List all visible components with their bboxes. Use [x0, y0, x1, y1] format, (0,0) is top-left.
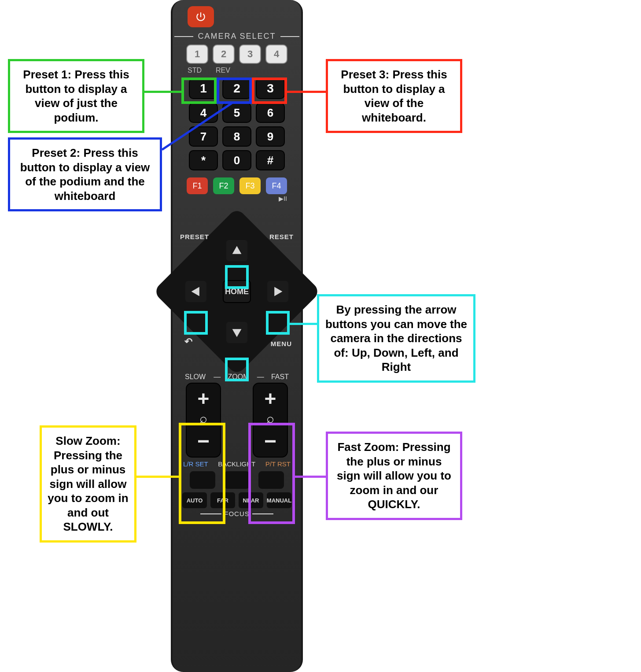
- backlight-label: BACKLIGHT: [218, 460, 255, 468]
- std-rev-labels: STD REV: [188, 66, 301, 74]
- focus-auto-button[interactable]: AUTO: [182, 492, 207, 508]
- zoom-label: ZOOM: [228, 373, 249, 381]
- num-row-4: * 0 #: [173, 150, 301, 170]
- backlight-button[interactable]: [224, 471, 250, 489]
- focus-near-button[interactable]: NEAR: [239, 492, 263, 508]
- num-row-3: 7 8 9: [173, 126, 301, 147]
- num-5-button[interactable]: 5: [222, 103, 251, 123]
- callout-arrows: By pressing the arrow buttons you can mo…: [317, 294, 475, 383]
- slow-zoom-rocker[interactable]: + ⌕ −: [186, 383, 221, 458]
- bottom-unlabeled-row: [173, 471, 301, 489]
- camera-1-button[interactable]: 1: [186, 44, 208, 64]
- fast-zoom-rocker[interactable]: + ⌕ −: [253, 383, 288, 458]
- rev-label: REV: [216, 66, 230, 74]
- focus-title: FOCUS: [173, 510, 301, 517]
- camera-2-button[interactable]: 2: [213, 44, 235, 64]
- arrow-right-button[interactable]: [267, 281, 288, 302]
- callout-fastzoom: Fast Zoom: Pressing the plus or minus si…: [326, 432, 462, 520]
- f2-button[interactable]: F2: [213, 177, 234, 194]
- preset-2-button[interactable]: 2: [222, 78, 251, 99]
- function-row: F1 F2 F3 F4: [173, 177, 301, 194]
- focus-manual-button[interactable]: MANUAL: [267, 492, 291, 508]
- fast-label: FAST: [271, 373, 289, 381]
- magnifier-icon: ⌕: [199, 412, 207, 425]
- num-6-button[interactable]: 6: [256, 103, 285, 123]
- num-4-button[interactable]: 4: [189, 103, 218, 123]
- power-icon: [195, 11, 206, 22]
- home-button[interactable]: HOME: [223, 280, 251, 303]
- preset-1-button[interactable]: 1: [189, 78, 218, 99]
- lrset-row: L/R SET BACKLIGHT P/T RST: [173, 458, 301, 470]
- power-button[interactable]: [188, 6, 214, 27]
- arrow-down-button[interactable]: [226, 322, 247, 343]
- fast-zoom-out-icon: −: [264, 434, 276, 449]
- focus-far-button[interactable]: FAR: [210, 492, 235, 508]
- slow-label: SLOW: [185, 373, 206, 381]
- fast-zoom-in-icon: +: [265, 391, 276, 406]
- lrset-label: L/R SET: [183, 460, 208, 468]
- callout-preset1: Preset 1: Press this button to display a…: [8, 59, 144, 133]
- ptrst-button[interactable]: [258, 471, 284, 489]
- num-row-1: 1 2 3: [173, 78, 301, 99]
- slow-zoom-out-icon: −: [197, 434, 210, 449]
- num-8-button[interactable]: 8: [222, 126, 251, 147]
- slow-zoom-in-icon: +: [198, 391, 210, 406]
- camera-4-button[interactable]: 4: [265, 44, 287, 64]
- callout-preset3: Preset 3: Press this button to display a…: [326, 59, 462, 133]
- f4-button[interactable]: F4: [266, 177, 287, 194]
- reset-label: RESET: [269, 233, 294, 240]
- camera-select-row: 1 2 3 4: [173, 44, 301, 64]
- arrow-left-icon: [190, 286, 202, 297]
- arrow-up-icon: [231, 245, 243, 256]
- arrow-down-icon: [231, 327, 243, 338]
- callout-slowzoom: Slow Zoom: Pressing the plus or minus si…: [40, 425, 136, 543]
- num-7-button[interactable]: 7: [189, 126, 218, 147]
- magnifier-icon: ⌕: [266, 412, 274, 425]
- back-button[interactable]: ↶: [184, 336, 193, 347]
- num-9-button[interactable]: 9: [256, 126, 285, 147]
- zoom-section: SLOW — ZOOM — FAST + ⌕ − + ⌕ − L/R SET B…: [173, 373, 301, 517]
- arrow-left-button[interactable]: [185, 281, 206, 302]
- camera-select-label: CAMERA SELECT: [173, 32, 301, 41]
- play-pause-label: ▶II: [173, 195, 301, 202]
- arrow-right-icon: [272, 286, 284, 297]
- std-label: STD: [188, 66, 202, 74]
- callout-preset2: Preset 2: Press this button to display a…: [8, 137, 162, 211]
- f3-button[interactable]: F3: [239, 177, 261, 194]
- dpad: PRESET RESET ↶ MENU HOME: [177, 232, 296, 351]
- remote-control: CAMERA SELECT 1 2 3 4 STD REV 1 2 3 4 5 …: [171, 0, 303, 672]
- ptrst-label: P/T RST: [265, 460, 291, 468]
- hash-button[interactable]: #: [256, 150, 285, 170]
- preset-3-button[interactable]: 3: [256, 78, 285, 99]
- menu-button[interactable]: MENU: [271, 340, 292, 347]
- star-button[interactable]: *: [189, 150, 218, 170]
- camera-3-button[interactable]: 3: [239, 44, 261, 64]
- f1-button[interactable]: F1: [187, 177, 208, 194]
- arrow-up-button[interactable]: [226, 240, 247, 261]
- num-0-button[interactable]: 0: [222, 150, 251, 170]
- preset-label: PRESET: [180, 233, 209, 240]
- lrset-button[interactable]: [190, 471, 215, 489]
- num-row-2: 4 5 6: [173, 103, 301, 123]
- focus-row: AUTO FAR NEAR MANUAL: [173, 492, 301, 508]
